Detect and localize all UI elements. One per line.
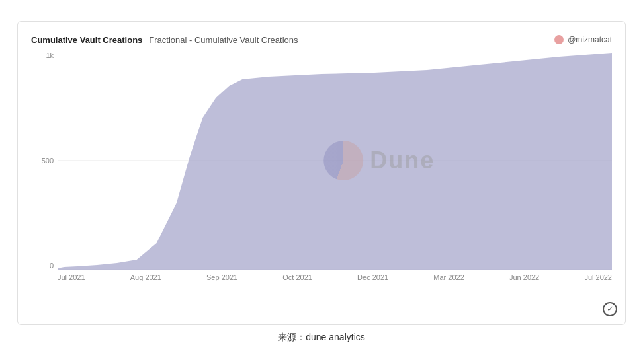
y-label-1k: 1k — [46, 52, 54, 59]
x-label-sep2021: Sep 2021 — [206, 273, 237, 281]
x-label-aug2021: Aug 2021 — [130, 273, 161, 281]
x-label-oct2021: Oct 2021 — [282, 273, 312, 281]
legend-dot-icon — [554, 35, 564, 44]
y-label-0: 0 — [50, 262, 54, 270]
chart-container: Cumulative Vault Creations Fractional - … — [17, 21, 626, 325]
x-label-dec2021: Dec 2021 — [357, 273, 388, 281]
legend-label: @mizmatcat — [568, 35, 612, 44]
chart-title-group: Cumulative Vault Creations Fractional - … — [31, 35, 298, 45]
x-axis: Jul 2021 Aug 2021 Sep 2021 Oct 2021 Dec … — [58, 270, 612, 289]
source-label: 来源：dune analytics — [278, 332, 365, 344]
chart-title-sub: Fractional - Cumulative Vault Creations — [149, 35, 298, 45]
check-icon: ✓ — [603, 302, 617, 316]
x-label-jul2022: Jul 2022 — [584, 273, 612, 281]
x-label-jun2022: Jun 2022 — [509, 273, 539, 281]
chart-title-main: Cumulative Vault Creations — [31, 35, 142, 45]
chart-legend: @mizmatcat — [554, 35, 612, 44]
chart-header: Cumulative Vault Creations Fractional - … — [31, 35, 612, 45]
y-axis: 1k 500 0 — [31, 52, 58, 270]
x-label-jul2021: Jul 2021 — [58, 273, 85, 281]
chart-svg-area: Dune — [58, 52, 612, 270]
chart-body: 1k 500 0 Dune Jul 2021 Aug 2021 — [31, 52, 612, 289]
y-label-500: 500 — [42, 157, 54, 164]
x-label-mar2022: Mar 2022 — [433, 273, 464, 281]
